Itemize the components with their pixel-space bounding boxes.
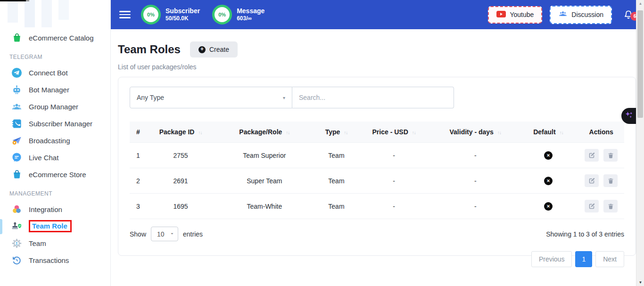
sidebar-section-telegram: TELEGRAM [0,46,110,64]
sidebar-item-label: Group Manager [29,103,78,111]
sidebar-item-label: Broadcasting [29,137,70,145]
main-area: 0% Subscriber 50/50.0K 0% Message 603/∞ [111,0,644,286]
subscriber-progress-circle: 0% [141,5,161,25]
pagination: Previous 1 Next [130,251,624,267]
delete-button[interactable] [603,200,618,212]
cell-actions [578,143,624,168]
create-button[interactable]: Create [190,41,238,57]
sidebar-item-group-manager[interactable]: Group Manager [0,98,110,115]
edit-button[interactable] [585,200,599,212]
subscriber-stat: 0% Subscriber 50/50.0K [141,5,200,25]
sidebar-item-team-role[interactable]: Team Role [0,218,110,235]
youtube-button-label: Youtube [510,11,534,18]
type-filter-select[interactable]: Any Type [130,87,292,108]
sort-icon[interactable] [286,130,289,135]
cell-package-id: 2755 [149,143,212,168]
sidebar-item-broadcasting[interactable]: Broadcasting [0,132,110,149]
sidebar-item-connect-bot[interactable]: Connect Bot [0,64,110,81]
youtube-icon [496,11,506,19]
chat-bubble-icon [11,152,22,163]
previous-page-button[interactable]: Previous [531,251,572,267]
edit-button[interactable] [585,174,599,187]
sidebar-item-team[interactable]: Team [0,235,110,252]
discussion-button[interactable]: Discussion [550,6,612,24]
cell-validity: - [432,143,519,168]
col-header-number: # [130,122,149,143]
page-size-value: 10 [157,230,165,238]
cell-default [518,194,578,219]
sidebar-item-ecommerce-catalog[interactable]: eCommerce Catalog [0,29,110,46]
col-header-package-role[interactable]: Package/Role [212,122,317,143]
page-content: Team Roles Create List of user packages/… [111,29,644,286]
next-page-button[interactable]: Next [595,251,624,267]
top-edge-artifact [0,0,26,1]
current-page-button[interactable]: 1 [575,251,592,267]
cell-price: - [355,194,432,219]
scrollbar-down-arrow-icon[interactable] [636,280,644,285]
sidebar-item-integration[interactable]: Integration [0,201,110,218]
sidebar-item-label: eCommerce Store [29,171,86,179]
sort-icon[interactable] [198,130,202,135]
cell-actions [578,194,624,219]
notification-bell[interactable]: 6 [622,8,636,21]
col-header-type[interactable]: Type [317,122,356,143]
cell-default [518,168,578,194]
logo-bar [41,0,52,27]
sidebar-item-bot-manager[interactable]: Bot Manager [0,81,110,98]
subscriber-percent: 0% [147,12,155,17]
stamp-shield-icon [11,221,22,232]
col-header-actions: Actions [578,122,624,143]
logo-bar [58,0,69,20]
discussion-people-icon [558,10,568,19]
entries-summary: Showing 1 to 3 of 3 entries [546,230,624,238]
message-percent: 0% [218,12,226,17]
cell-package-role: Team Superior [212,143,317,168]
sidebar-item-transactions[interactable]: Transactions [0,252,110,269]
sidebar-item-ecommerce-store[interactable]: eCommerce Store [0,166,110,183]
top-navbar: 0% Subscriber 50/50.0K 0% Message 603/∞ [111,0,644,29]
sort-icon[interactable] [560,130,563,135]
roles-table: # Package ID Package/Role Type Price - U… [130,122,624,219]
plus-circle-icon [198,46,206,53]
col-header-validity[interactable]: Validity - days [432,122,519,143]
sidebar-item-live-chat[interactable]: Live Chat [0,149,110,166]
scrollbar-up-arrow-icon[interactable] [636,1,644,6]
window-scrollbar[interactable] [636,0,644,286]
brand-logo [0,0,110,29]
cell-type: Team [317,168,356,194]
sort-icon[interactable] [497,130,501,135]
delete-button[interactable] [603,149,618,162]
sidebar-item-label: Team [29,239,46,247]
sort-icon[interactable] [412,130,416,135]
broadcast-flag-icon [11,135,22,146]
shopping-bag-green-icon [11,33,22,43]
search-input[interactable] [292,87,454,108]
table-header-row: # Package ID Package/Role Type Price - U… [130,122,624,143]
roles-card: Any Type # Package ID Package/Ro [118,77,636,256]
col-header-price[interactable]: Price - USD [355,122,432,143]
table-row: 2 2691 Super Team Team - - [130,168,624,194]
people-group-icon [11,101,22,112]
ai-assistant-button[interactable] [621,108,636,124]
page-size-select[interactable]: 10 [151,227,178,241]
app-window: eCommerce Catalog TELEGRAM Connect Bot B… [0,0,644,286]
cell-package-role: Team-White [212,194,317,219]
cell-number: 3 [130,194,149,219]
col-header-default[interactable]: Default [518,122,578,143]
scrollbar-thumb[interactable] [637,10,643,118]
type-filter-value: Any Type [137,94,164,101]
active-indicator-bar [0,219,2,234]
sidebar-item-subscriber-manager[interactable]: Subscriber Manager [0,115,110,132]
sort-icon[interactable] [344,130,347,135]
cell-type: Team [317,194,356,219]
logo-bar [25,0,35,27]
message-label: Message [237,7,264,16]
hamburger-menu-icon[interactable] [119,11,131,18]
sidebar-item-label: Integration [29,205,62,213]
sidebar-item-label: Bot Manager [29,86,69,94]
edit-button[interactable] [585,149,599,162]
youtube-button[interactable]: Youtube [488,6,542,24]
delete-button[interactable] [603,174,618,187]
col-header-package-id[interactable]: Package ID [149,122,212,143]
sidebar-item-label: Transactions [29,256,69,264]
